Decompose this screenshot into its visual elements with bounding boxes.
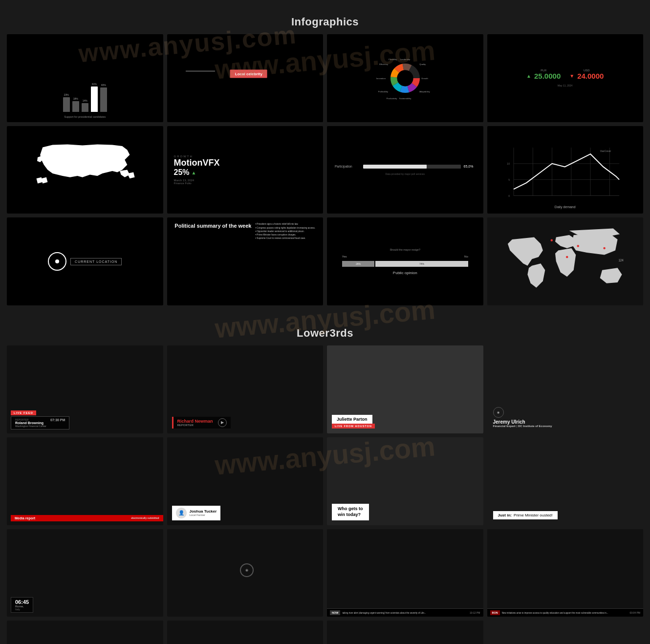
local-celebrity-card: Local celebrity	[167, 34, 324, 122]
joshua-title: Local Farmer	[190, 514, 217, 516]
richard-bar: Richard Newman REPORTER ▶	[172, 417, 231, 429]
svg-text:Profitability: Profitability	[378, 90, 388, 93]
empty-card-2	[167, 621, 324, 644]
bar-group: 23% 18% 14% 41%	[63, 78, 107, 112]
bar-item-5: 40%	[100, 84, 107, 112]
bar-rect-1	[63, 97, 70, 112]
bullet-1: President signs a historic relief bill i…	[255, 222, 315, 226]
usa-map-svg	[19, 132, 152, 207]
joshua-name: Joshua Tucker	[190, 509, 217, 514]
mvfx-name: MotionVFX	[174, 158, 220, 168]
bar-label-5: 40%	[101, 84, 106, 86]
motionvfx-card: GROWTH MotionVFX 25% ▲ March 13, 2024 Fi…	[167, 126, 324, 214]
bar-rect-3	[82, 103, 88, 112]
just-in-label: Just in:	[498, 513, 512, 517]
just-in-bar: Just in: Prime Minister ousted!	[493, 511, 558, 519]
local-celebrity-badge: Local celebrity	[230, 69, 267, 78]
donate-ring-card: ◉	[167, 529, 324, 617]
bar-item-1: 23%	[63, 93, 70, 112]
svg-text:Productivity: Productivity	[387, 97, 397, 100]
participation-card: Participation 65,0% Data provided by maj…	[327, 126, 483, 214]
svg-point-35	[604, 247, 606, 249]
bullet-5: Supreme Court to review controversial fr…	[255, 236, 315, 240]
joshua-tucker-card: 👤 Joshua Tucker Local Farmer	[167, 437, 324, 525]
now-time: 10:12 PM	[470, 611, 480, 614]
live-culinary-card: LIVE y scene: Culinary experts discuss e…	[327, 621, 483, 644]
richard-icon: ▶	[218, 418, 227, 427]
bar-rect-4	[91, 86, 98, 112]
svg-text:Sustainability: Sustainability	[399, 97, 412, 100]
svg-text:Flexibility: Flexibility	[389, 58, 397, 60]
juliette-sub: LIVE FROM HOUSTON	[332, 424, 375, 429]
opinion-title: Public opinion	[393, 271, 417, 275]
bon-time: 03:04 PM	[630, 611, 640, 614]
richard-title: REPORTER	[177, 424, 213, 427]
svg-text:Adaptability: Adaptability	[419, 90, 430, 93]
part-pct: 65,0%	[464, 165, 476, 168]
ticker2-value: 24.0000	[577, 72, 604, 80]
juliette-parton-card: Juliette Parton LIVE FROM HOUSTON	[327, 345, 483, 433]
location-ring	[48, 252, 66, 271]
donate-ring: ◉	[240, 563, 254, 577]
bar-chart-title: Support for presidential candidates	[64, 115, 106, 118]
jeremy-name: Jeremy Ulrich	[493, 419, 525, 425]
now-bar: NOW taking river alert (damaging urgent …	[327, 608, 483, 617]
svg-text:Innovation: Innovation	[376, 77, 386, 80]
opinion-question: Should the mayor resign?	[390, 248, 420, 251]
richard-name: Richard Newman	[177, 419, 213, 424]
svg-text:0: 0	[509, 194, 510, 197]
part-label: Participation	[335, 165, 360, 168]
bar-item-2: 18%	[72, 97, 79, 112]
jeremy-logo: ◉	[493, 407, 504, 418]
donut-card: Leadership Quality Growth Adaptability S…	[327, 34, 483, 122]
bar-label-1: 23%	[64, 93, 69, 96]
usa-map-card	[7, 126, 163, 214]
time-loc-bar: 06:45 Rome, Italy	[11, 597, 33, 613]
media-bar: Media report electronically submitted	[11, 515, 163, 521]
bar-item-4: 41%	[91, 83, 98, 112]
world-map-card: 124	[487, 217, 644, 305]
ticker1-row: ▲ 25.0000	[526, 72, 561, 80]
svg-text:VaxCover: VaxCover	[600, 150, 611, 153]
empty-card-1	[7, 621, 163, 644]
now-label: NOW	[330, 610, 340, 615]
juliette-name: Juliette Parton	[337, 417, 368, 422]
svg-point-34	[577, 245, 579, 247]
bon-bar: BON New initiatives arise to improve acc…	[487, 608, 644, 617]
daily-demand-svg: 0 5 10 VaxCover	[499, 141, 631, 205]
political-bullets: President signs a historic relief bill i…	[255, 222, 315, 240]
just-in-text: Prime Minister ousted!	[514, 513, 553, 517]
bar-label-4: 41%	[92, 83, 97, 86]
opinion-no-bar: 74%	[375, 261, 468, 267]
just-in-card: Just in: Prime Minister ousted!	[487, 437, 644, 525]
bullet-4: Prime Minister faces corruption charges.	[255, 233, 315, 236]
ticker1-arrow: ▲	[526, 73, 531, 79]
bon-text: New initiatives arise to improve access …	[502, 612, 628, 614]
fin-date: May 11, 2024	[558, 84, 572, 87]
reporter-name: Roland Browning	[15, 421, 46, 425]
part-bar-bg	[363, 165, 461, 169]
bon-ticker-card: BON New initiatives arise to improve acc…	[487, 529, 644, 617]
svg-text:Leadership: Leadership	[400, 58, 410, 60]
svg-text:Quality: Quality	[419, 63, 426, 65]
mvfx-sub: Finance Folio	[174, 182, 192, 185]
ring-inner-icon: ◉	[245, 568, 248, 572]
now-ticker-card: NOW taking river alert (damaging urgent …	[327, 529, 483, 617]
joshua-bar: 👤 Joshua Tucker Local Farmer	[172, 506, 221, 520]
svg-text:Efficiency: Efficiency	[379, 63, 389, 65]
bar-rect-2	[72, 101, 79, 112]
mvfx-arrow: ▲	[192, 170, 196, 175]
political-title: Political summary of the week	[174, 222, 251, 229]
location-badge: CURRENT LOCATION	[70, 258, 122, 265]
time-location-card: 06:45 Rome, Italy	[7, 529, 163, 617]
part-bar-fill	[363, 165, 427, 169]
opinion-yes-bar: 26%	[342, 261, 375, 267]
live-location: Washington Financial Center	[15, 425, 46, 428]
public-opinion-card: Should the mayor resign? Yes No 26% 74% …	[327, 217, 483, 305]
juliette-bar: Juliette Parton	[332, 415, 372, 424]
part-note: Data provided by major poll services	[385, 172, 425, 175]
current-location-card: CURRENT LOCATION	[7, 217, 163, 305]
bon-label: BON	[490, 610, 500, 615]
bar-label-2: 18%	[73, 97, 78, 100]
ticker2-arrow: ▼	[569, 73, 574, 79]
